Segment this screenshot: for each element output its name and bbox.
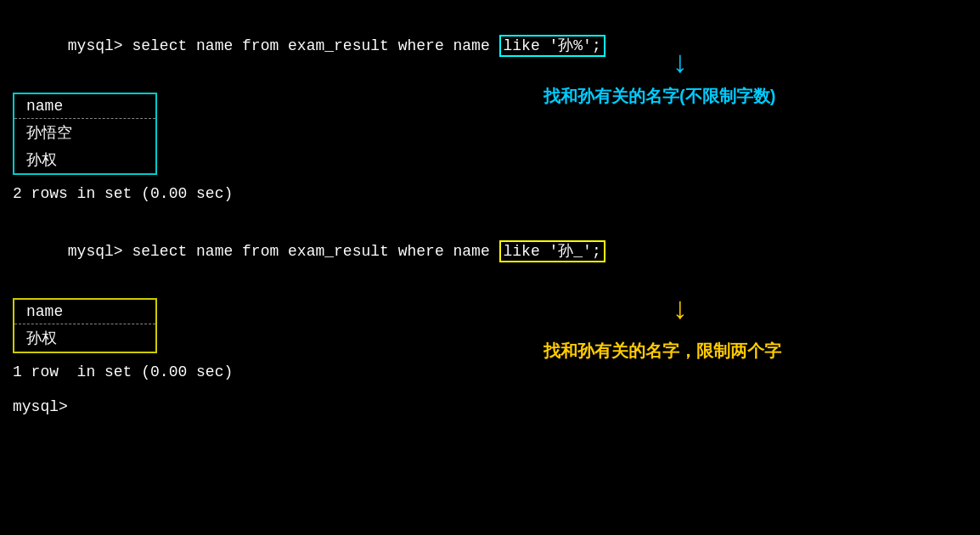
query-section-1: mysql> select name from exam_result wher… — [13, 12, 967, 202]
table-header-1: name — [14, 94, 155, 119]
prompt-1: mysql> select name from exam_result wher… — [68, 37, 499, 54]
arrow-cyan: ↓ — [671, 47, 690, 82]
query-section-2: mysql> select name from exam_result wher… — [13, 217, 967, 380]
table-row-1-1: 孙悟空 — [14, 119, 155, 146]
query-line-2: mysql> select name from exam_result wher… — [13, 217, 967, 286]
final-prompt: mysql> — [13, 396, 967, 419]
result-text-1: 2 rows in set (0.00 sec) — [13, 185, 967, 202]
result-table-2: name 孙权 — [13, 298, 157, 353]
annotation-cyan: 找和孙有关的名字(不限制字数) — [544, 85, 775, 108]
result-table-1: name 孙悟空 孙权 — [13, 93, 157, 175]
query-line-1: mysql> select name from exam_result wher… — [13, 12, 967, 81]
table-header-2: name — [14, 300, 155, 324]
terminal: mysql> select name from exam_result wher… — [0, 0, 980, 535]
prompt-2: mysql> select name from exam_result wher… — [68, 243, 499, 260]
like-highlight-2: like '孙_'; — [499, 240, 605, 262]
table-row-1-2: 孙权 — [14, 146, 155, 173]
result-text-2: 1 row in set (0.00 sec) — [13, 363, 967, 380]
annotation-yellow: 找和孙有关的名字，限制两个字 — [544, 340, 781, 363]
like-highlight-1: like '孙%'; — [499, 35, 605, 57]
table-row-2-1: 孙权 — [14, 324, 155, 352]
arrow-yellow: ↓ — [671, 293, 690, 328]
